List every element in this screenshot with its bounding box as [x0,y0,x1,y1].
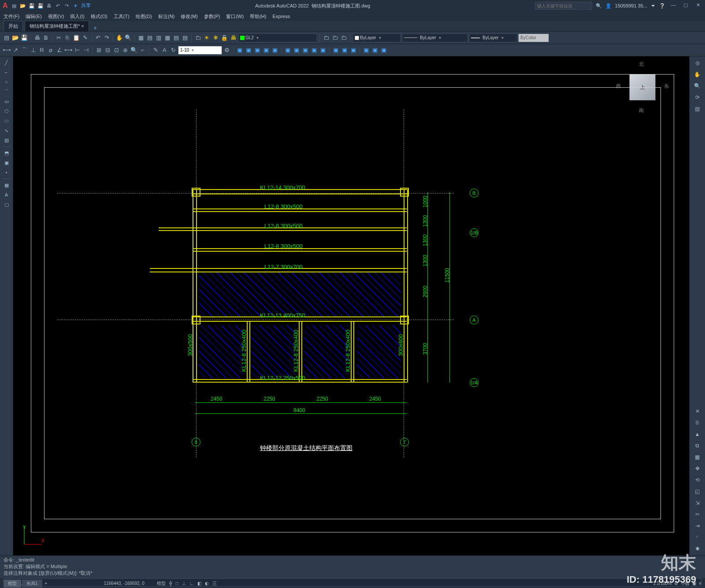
dim-aligned-icon[interactable]: ↗ [11,46,19,54]
pan-icon[interactable]: ✋ [115,34,123,42]
tab-close-icon[interactable]: × [81,23,84,29]
et15-icon[interactable]: ▣ [371,46,379,54]
model-tab[interactable]: 模型 [4,580,21,588]
modify-mirror-icon[interactable]: ▲ [695,431,700,437]
et1-icon[interactable]: ▣ [236,46,244,54]
point-icon[interactable]: • [2,168,11,177]
qnew-icon[interactable]: ▤ [3,34,11,42]
close-icon[interactable]: ✕ [694,2,702,9]
layer-state-icon[interactable]: 🗀 [322,34,330,42]
et16-icon[interactable]: ▣ [380,46,388,54]
et7-icon[interactable]: ▣ [293,46,301,54]
dim-baseline-icon[interactable]: ⊢ [73,46,81,54]
account-icon[interactable]: 👤 [605,3,612,9]
qsave-icon[interactable]: 💾 [20,34,28,42]
status-polar-icon[interactable]: ∟ [189,581,194,586]
menu-modify[interactable]: 修改(M) [181,13,198,20]
et3-icon[interactable]: ▣ [253,46,261,54]
color-dropdown[interactable]: ByLayer▾ [352,33,401,42]
search-icon[interactable]: 🔍 [596,3,602,9]
dim-angular-icon[interactable]: ∠ [56,46,63,54]
modify-array-icon[interactable]: ▦ [695,454,700,460]
menu-express[interactable]: Express [272,14,290,19]
layer-plot-icon[interactable]: 🖶 [229,34,237,42]
et5-icon[interactable]: ▣ [271,46,279,54]
polygon-icon[interactable]: ⬠ [2,107,11,115]
layer-on-icon[interactable]: ☀ [203,34,211,42]
dimstyle-icon[interactable]: ⚙ [223,46,231,54]
status-otrack-icon[interactable]: ◐ [205,581,209,586]
dim-update-icon[interactable]: ↻ [169,46,177,54]
circle-icon[interactable]: ○ [2,78,11,86]
layer-prev-icon[interactable]: 🗀 [340,34,348,42]
insert-icon[interactable]: ⬒ [2,149,11,157]
autodesk-app-icon[interactable]: ⏷ [651,3,656,8]
mtext-icon[interactable]: A [2,190,11,199]
status-ortho-icon[interactable]: ⊥ [182,581,186,586]
menu-parametric[interactable]: 参数(P) [204,13,220,20]
modify-erase-icon[interactable]: ✕ [695,408,700,414]
modify-trim-icon[interactable]: ✂ [695,511,700,517]
redo2-icon[interactable]: ↷ [103,34,111,42]
markup-icon[interactable]: ▤ [172,34,180,42]
et11-icon[interactable]: ▣ [332,46,340,54]
start-tab[interactable]: 开始 [4,21,23,31]
lineweight-dropdown[interactable]: ByLayer▾ [469,33,517,42]
redo-icon[interactable]: ↷ [63,2,70,9]
region-icon[interactable]: ▢ [2,200,11,209]
navorbit-icon[interactable]: ⟳ [695,94,700,100]
share-icon[interactable]: ✈ [72,2,79,9]
rect-icon[interactable]: ▭ [2,97,11,106]
dim-break-icon[interactable]: ⊟ [104,46,111,54]
menu-window[interactable]: 窗口(W) [226,13,244,20]
menu-draw[interactable]: 绘图(D) [136,13,152,20]
status-osnap-icon[interactable]: ◧ [197,581,201,586]
block-icon[interactable]: ▣ [2,158,11,167]
dimstyle-dropdown[interactable]: 1-10▾ [178,46,222,55]
dim-jog-icon[interactable]: ⌐ [139,46,147,54]
menu-format[interactable]: 格式(O) [91,13,108,20]
dim-center-icon[interactable]: ⊕ [121,46,129,54]
layout-add-icon[interactable]: + [45,581,48,586]
menu-help[interactable]: 帮助(H) [250,13,266,20]
et6-icon[interactable]: ▣ [284,46,292,54]
menu-view[interactable]: 视图(V) [48,13,64,20]
layer-iso-icon[interactable]: 🗀 [331,34,339,42]
dim-ordinate-icon[interactable]: ⊥ [29,46,37,54]
et4-icon[interactable]: ▣ [262,46,270,54]
menu-dimension[interactable]: 标注(N) [158,13,174,20]
spline-icon[interactable]: ∿ [2,126,11,135]
layer-lock-icon[interactable]: 🔒 [220,34,228,42]
help-icon[interactable]: ❔ [659,3,665,9]
et13-icon[interactable]: ▣ [349,46,357,54]
drawing-canvas[interactable]: X Y 北 南 西 东 上 [13,56,689,555]
toolpalette-icon[interactable]: ▥ [155,34,163,42]
layer-dropdown[interactable]: GL2▾ [238,33,317,42]
modify-rotate-icon[interactable]: ⟲ [695,477,700,483]
match-icon[interactable]: ✎ [81,34,89,42]
dim-space-icon[interactable]: ⊞ [95,46,103,54]
status-lwt-icon[interactable]: 三 [212,581,217,587]
modify-move-icon[interactable]: ✥ [695,465,700,472]
et2-icon[interactable]: ▣ [245,46,252,54]
layout1-tab[interactable]: 布局1 [22,580,42,588]
menu-tools[interactable]: 工具(T) [114,13,130,20]
pline-icon[interactable]: ⌐ [2,68,11,77]
navpan-icon[interactable]: ✋ [694,71,701,78]
copy-icon[interactable]: ⎘ [63,34,71,42]
navwheel-icon[interactable]: ◎ [695,60,700,66]
sheet-icon[interactable]: ▦ [163,34,171,42]
cut-icon[interactable]: ✂ [55,34,63,42]
status-model[interactable]: 模型 [157,581,166,587]
line-icon[interactable]: ╱ [2,58,11,67]
navshow-icon[interactable]: ▤ [695,106,700,112]
modify-extend-icon[interactable]: ⇥ [695,523,700,529]
navzoom-icon[interactable]: 🔍 [694,83,701,89]
dim-radius-icon[interactable]: R [38,46,46,54]
status-customize-icon[interactable]: ≡ [699,581,701,586]
dim-tedit-icon[interactable]: A [160,46,168,54]
open-icon[interactable]: 📂 [19,2,26,9]
arc-icon[interactable]: ⌒ [2,87,11,96]
qopen-icon[interactable]: 📂 [11,34,19,42]
modify-offset-icon[interactable]: ⧉ [695,443,699,449]
